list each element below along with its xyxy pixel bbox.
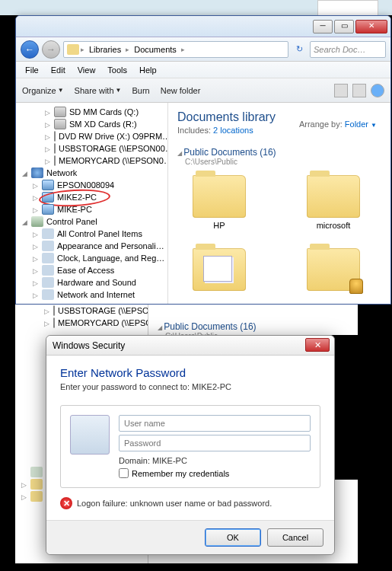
- burn-button[interactable]: Burn: [132, 86, 149, 95]
- breadcrumb-segment[interactable]: Libraries: [86, 45, 124, 54]
- network-drive-icon: [54, 155, 56, 166]
- help-button[interactable]: [371, 84, 384, 97]
- tree-item-network[interactable]: ◢Network: [16, 167, 167, 179]
- tree-item-cpl[interactable]: ▷Ease of Access: [16, 264, 167, 276]
- expand-icon[interactable]: ▷: [33, 279, 40, 286]
- chevron-down-icon: ▼: [116, 87, 122, 94]
- nav-bar: ← → ▸ Libraries ▸ Documents ▸ ↻ Search D…: [16, 37, 390, 62]
- expand-icon[interactable]: ▷: [33, 182, 40, 189]
- arrange-label: Arrange by:: [299, 120, 343, 129]
- expand-icon[interactable]: ▷: [45, 121, 52, 128]
- expand-icon[interactable]: ▷: [44, 320, 51, 327]
- cpl-icon: [42, 265, 54, 276]
- preview-pane-button[interactable]: [352, 84, 366, 97]
- new-folder-button[interactable]: New folder: [161, 86, 201, 95]
- credential-box: Domain: MIKE-PC Remember my credentials: [60, 405, 320, 488]
- folder-label: HP: [213, 221, 225, 230]
- search-input[interactable]: Search Doc…: [310, 41, 386, 58]
- expand-icon[interactable]: ▷: [21, 481, 28, 488]
- tree-label: SD MM Cards (Q:): [69, 107, 139, 116]
- remember-checkbox-label[interactable]: Remember my credentials: [119, 468, 311, 478]
- error-message: ✕ Logon failure: unknown user name or ba…: [60, 497, 320, 509]
- username-input[interactable]: [119, 415, 311, 432]
- expand-icon[interactable]: ▷: [44, 308, 51, 314]
- tree-label: Control Panel: [46, 217, 97, 226]
- chevron-right-icon: ▸: [180, 46, 186, 53]
- includes-link[interactable]: 2 locations: [213, 126, 253, 135]
- tree-item-cpl[interactable]: ▷Clock, Language, and Reg…: [16, 252, 167, 264]
- expand-icon[interactable]: ▷: [45, 145, 52, 152]
- tree-item-drive[interactable]: ▷MEMORYCARD (\\EPSON0…: [15, 317, 148, 329]
- menu-tools[interactable]: Tools: [101, 64, 133, 76]
- close-button[interactable]: ✕: [355, 20, 387, 33]
- folder-icon: [193, 248, 246, 291]
- error-text: Logon failure: unknown user name or bad …: [77, 499, 272, 508]
- breadcrumb[interactable]: ▸ Libraries ▸ Documents ▸: [63, 41, 288, 58]
- tree-item-drive[interactable]: ▷USBSTORAGE (\\EPSON00…: [15, 305, 148, 317]
- tree-item-drive[interactable]: ▷MEMORYCARD (\\EPSON0…: [16, 155, 167, 167]
- folder-item[interactable]: [185, 248, 253, 294]
- collapse-icon[interactable]: ◢: [22, 219, 29, 225]
- tree-item-drive[interactable]: ▷USBSTORAGE (\\EPSON00…: [16, 142, 167, 155]
- expand-icon[interactable]: ▷: [33, 267, 40, 274]
- tree-item-cpl[interactable]: ▷Network and Internet: [16, 289, 167, 301]
- tree-label: Clock, Language, and Reg…: [57, 254, 164, 263]
- expand-icon[interactable]: ▷: [33, 243, 40, 250]
- organize-button[interactable]: Organize ▼: [22, 86, 64, 95]
- tree-item-drive[interactable]: ▷SM XD Cards (R:): [16, 118, 167, 130]
- tree-item-cpl[interactable]: ▷Hardware and Sound: [16, 276, 167, 289]
- tree-item-computer[interactable]: ▷MIKE-PC: [16, 203, 167, 215]
- drive-icon: [54, 107, 66, 117]
- tree-item-drive[interactable]: ▷SD MM Cards (Q:): [16, 106, 167, 118]
- recycle-bin-icon: [30, 467, 43, 477]
- forward-button[interactable]: →: [42, 40, 60, 59]
- tree-item-cpl[interactable]: ▷All Control Panel Items: [16, 228, 167, 240]
- menu-file[interactable]: File: [19, 64, 45, 76]
- password-input[interactable]: [119, 435, 311, 451]
- expand-icon[interactable]: ▷: [33, 206, 40, 213]
- cancel-button[interactable]: Cancel: [267, 528, 323, 547]
- folder-label: microsoft: [317, 221, 351, 230]
- tree-item-mike2-pc[interactable]: ▷MIKE2-PC: [16, 191, 167, 203]
- maximize-button[interactable]: ▭: [334, 20, 354, 33]
- back-button[interactable]: ←: [21, 40, 39, 59]
- menu-view[interactable]: View: [72, 64, 102, 76]
- chevron-right-icon: ▸: [124, 46, 131, 53]
- expand-icon[interactable]: ▷: [21, 493, 28, 500]
- expand-icon[interactable]: ▷: [33, 255, 40, 262]
- error-icon: ✕: [60, 497, 72, 509]
- menu-help[interactable]: Help: [133, 64, 163, 76]
- tree-item-control-panel[interactable]: ◢Control Panel: [16, 215, 167, 228]
- network-icon: [31, 167, 43, 178]
- tree-item-drive[interactable]: ▷DVD RW Drive (X:) O9PRM…: [16, 130, 167, 142]
- minimize-button[interactable]: ─: [313, 20, 333, 33]
- folder-item[interactable]: HP: [185, 175, 253, 230]
- cpl-icon: [42, 289, 54, 300]
- expand-icon[interactable]: ▷: [33, 194, 40, 201]
- section-header[interactable]: Public Documents (16): [177, 147, 381, 158]
- nav-tree[interactable]: ▷SD MM Cards (Q:) ▷SM XD Cards (R:) ▷DVD…: [16, 103, 168, 304]
- view-options-button[interactable]: [334, 84, 348, 97]
- refresh-button[interactable]: ↻: [292, 42, 307, 57]
- arrange-dropdown[interactable]: Folder ▼: [345, 120, 377, 129]
- menu-edit[interactable]: Edit: [45, 64, 72, 76]
- collapse-icon[interactable]: ◢: [22, 170, 29, 177]
- share-with-button[interactable]: Share with ▼: [75, 86, 122, 95]
- folder-item[interactable]: [299, 248, 368, 294]
- remember-checkbox[interactable]: [119, 468, 129, 478]
- breadcrumb-segment[interactable]: Documents: [131, 45, 180, 54]
- tree-item-computer[interactable]: ▷EPSON008094: [16, 179, 167, 191]
- expand-icon[interactable]: ▷: [45, 109, 52, 116]
- expand-icon[interactable]: ▷: [45, 158, 52, 164]
- tree-item-cpl[interactable]: ▷Appearance and Personali…: [16, 240, 167, 252]
- remember-label-text: Remember my credentials: [132, 469, 229, 478]
- section-header[interactable]: Public Documents (16): [158, 321, 349, 332]
- network-drive-icon: [53, 305, 55, 316]
- folder-item[interactable]: microsoft: [299, 175, 368, 230]
- dialog-close-button[interactable]: ✕: [305, 338, 330, 352]
- ok-button[interactable]: OK: [205, 528, 261, 547]
- expand-icon[interactable]: ▷: [45, 133, 52, 140]
- expand-icon[interactable]: ▷: [33, 231, 40, 238]
- expand-icon[interactable]: ▷: [33, 292, 40, 298]
- dialog-heading: Enter Network Password: [60, 366, 320, 379]
